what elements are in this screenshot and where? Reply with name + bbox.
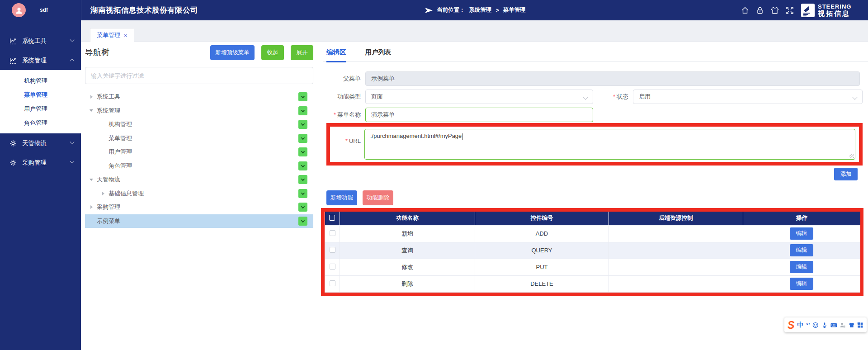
- tab-edit-area[interactable]: 编辑区: [326, 44, 346, 61]
- green-check-icon[interactable]: [298, 134, 307, 143]
- arrow-icon: [425, 7, 433, 14]
- url-textarea[interactable]: ./purchmanagement.html#/myPage: [364, 129, 855, 160]
- status-select[interactable]: 启用: [633, 90, 863, 104]
- header-divider: [81, 0, 81, 20]
- tree-node-6[interactable]: 天管物流: [85, 173, 313, 187]
- add-function-button[interactable]: 新增功能: [326, 190, 357, 205]
- table-header-row: 功能名称控件编号后端资源控制操作: [325, 212, 860, 225]
- keyboard-icon[interactable]: [830, 322, 837, 329]
- avatar[interactable]: [12, 3, 26, 17]
- skin-shirt-icon[interactable]: [849, 322, 855, 329]
- backend-resource-cell: [609, 275, 743, 292]
- sidebar-subitem-1-3[interactable]: 角色管理: [0, 116, 81, 130]
- green-check-icon[interactable]: [298, 217, 307, 226]
- menu-name-input[interactable]: 演示菜单: [365, 108, 593, 122]
- sidebar: 系统工具系统管理机构管理菜单管理用户管理角色管理天管物流采购管理: [0, 20, 81, 350]
- breadcrumb-item[interactable]: 菜单管理: [503, 6, 526, 14]
- microphone-icon[interactable]: [821, 322, 828, 329]
- row-checkbox[interactable]: [330, 264, 335, 270]
- edit-button[interactable]: 编辑: [790, 278, 813, 290]
- chevron-down-icon: [70, 159, 75, 164]
- sidebar-subitem-1-1[interactable]: 菜单管理: [0, 88, 81, 102]
- nav-tree-panel: 导航树 新增顶级菜单 收起 展开 系统工具系统管理机构管理菜单管理用户管理角色管…: [85, 44, 313, 228]
- toolbox-grid-icon[interactable]: [857, 322, 863, 329]
- green-check-icon[interactable]: [298, 175, 307, 184]
- function-type-select[interactable]: 页面: [365, 90, 593, 104]
- edit-button[interactable]: 编辑: [790, 261, 813, 273]
- user-block[interactable]: sdf: [0, 0, 81, 20]
- expand-arrow-icon[interactable]: [89, 205, 94, 209]
- tree-node-label: 采购管理: [97, 203, 120, 211]
- edit-button[interactable]: 编辑: [790, 244, 813, 256]
- row-checkbox[interactable]: [330, 247, 335, 253]
- collapse-arrow-icon[interactable]: [89, 179, 94, 181]
- tree-node-label: 角色管理: [108, 162, 132, 170]
- resize-grip[interactable]: [849, 154, 854, 158]
- theme-shirt-icon[interactable]: [770, 6, 779, 15]
- select-all-checkbox[interactable]: [329, 215, 335, 221]
- expand-arrow-icon[interactable]: [100, 192, 106, 195]
- parent-menu-value: 示例菜单: [371, 75, 395, 83]
- tree-filter-input[interactable]: [85, 67, 313, 84]
- tree-node-9[interactable]: 示例菜单: [85, 214, 313, 228]
- tree-node-3[interactable]: 菜单管理: [85, 132, 313, 146]
- breadcrumb-item[interactable]: 系统管理: [469, 6, 492, 14]
- tree-node-0[interactable]: 系统工具: [85, 90, 313, 104]
- sidebar-item-1[interactable]: 系统管理: [0, 51, 81, 70]
- add-button[interactable]: 添加: [834, 168, 858, 180]
- fullscreen-icon[interactable]: [785, 6, 794, 15]
- table-header-cell: 功能名称: [340, 212, 475, 225]
- row-checkbox[interactable]: [330, 280, 335, 286]
- function-name-cell: 删除: [340, 275, 475, 292]
- account-icon[interactable]: [840, 322, 846, 329]
- tree-node-5[interactable]: 角色管理: [85, 159, 313, 173]
- brand-line1: STEERING: [818, 3, 851, 10]
- emoji-icon[interactable]: [812, 322, 819, 329]
- row-checkbox[interactable]: [330, 230, 335, 236]
- tree-node-2[interactable]: 机构管理: [85, 118, 313, 132]
- tree-panel-header: 导航树 新增顶级菜单 收起 展开: [85, 44, 313, 61]
- close-icon[interactable]: ×: [124, 32, 127, 39]
- tree-node-4[interactable]: 用户管理: [85, 145, 313, 159]
- chinese-mode-icon[interactable]: 中: [797, 321, 803, 329]
- expand-arrow-icon[interactable]: [89, 95, 94, 99]
- add-top-menu-button[interactable]: 新增顶级菜单: [210, 45, 255, 60]
- tab-menu-management[interactable]: 菜单管理 ×: [90, 28, 134, 42]
- tree-node-8[interactable]: 采购管理: [85, 200, 313, 214]
- sogou-logo-icon[interactable]: S: [788, 318, 794, 332]
- chevron-down-icon: [852, 95, 857, 99]
- green-check-icon[interactable]: [298, 189, 307, 198]
- row-select-cell: [325, 242, 340, 259]
- tab-user-list[interactable]: 用户列表: [365, 44, 392, 61]
- chevron-down-icon: [70, 140, 75, 144]
- home-icon[interactable]: [741, 6, 750, 15]
- punctuation-icon[interactable]: °’: [806, 322, 810, 328]
- function-table-highlight-box: 功能名称控件编号后端资源控制操作新增ADD编辑查询QUERY编辑修改PUT编辑删…: [321, 208, 863, 296]
- sidebar-menu: 系统工具系统管理机构管理菜单管理用户管理角色管理天管物流采购管理: [0, 31, 81, 172]
- control-code-cell: QUERY: [475, 242, 609, 259]
- sidebar-item-2[interactable]: 天管物流: [0, 133, 81, 153]
- control-code-cell: DELETE: [475, 275, 609, 292]
- green-check-icon[interactable]: [298, 203, 307, 212]
- sidebar-subitem-1-2[interactable]: 用户管理: [0, 102, 81, 116]
- tree-panel-title: 导航树: [85, 47, 210, 58]
- tree-node-label: 机构管理: [108, 120, 132, 128]
- collapse-arrow-icon[interactable]: [89, 109, 94, 112]
- sidebar-item-3[interactable]: 采购管理: [0, 153, 81, 172]
- sidebar-item-0[interactable]: 系统工具: [0, 31, 81, 51]
- tree-node-1[interactable]: 系统管理: [85, 104, 313, 118]
- edit-button[interactable]: 编辑: [790, 227, 813, 240]
- brand-logo: STEERING 视拓信息: [801, 3, 851, 17]
- sidebar-item-label: 天管物流: [22, 139, 71, 147]
- sidebar-subitem-1-0[interactable]: 机构管理: [0, 74, 81, 88]
- green-check-icon[interactable]: [298, 120, 307, 129]
- delete-function-button[interactable]: 功能删除: [363, 190, 393, 205]
- expand-all-button[interactable]: 展开: [291, 45, 313, 60]
- green-check-icon[interactable]: [298, 106, 307, 115]
- green-check-icon[interactable]: [298, 147, 307, 156]
- green-check-icon[interactable]: [298, 161, 307, 170]
- collapse-all-button[interactable]: 收起: [261, 45, 284, 60]
- green-check-icon[interactable]: [298, 92, 307, 101]
- tree-node-7[interactable]: 基础信息管理: [85, 187, 313, 201]
- lock-icon[interactable]: [755, 6, 764, 15]
